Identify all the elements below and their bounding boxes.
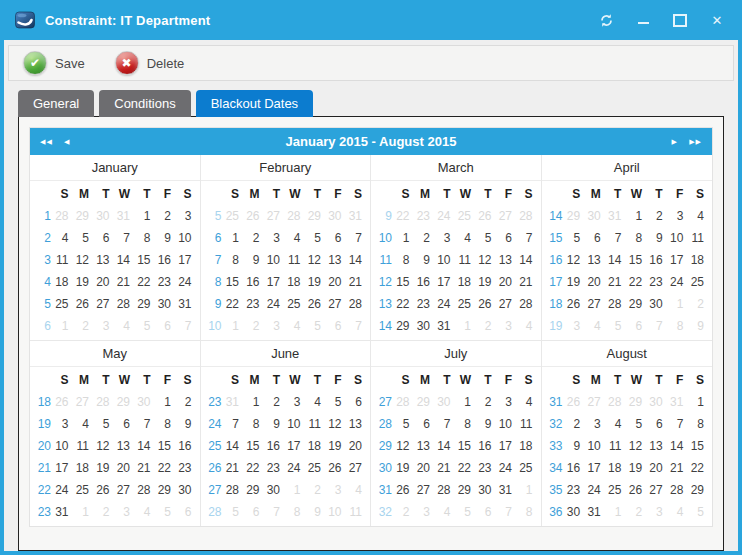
day-cell[interactable]: 2 [156,205,177,227]
day-cell[interactable]: 11 [53,249,74,271]
day-cell[interactable]: 29 [456,479,477,501]
refresh-icon[interactable] [595,9,617,31]
day-cell[interactable]: 9 [306,501,327,523]
day-cell[interactable]: 6 [326,315,347,337]
day-cell[interactable]: 18 [53,271,74,293]
day-cell[interactable]: 12 [394,435,415,457]
day-cell[interactable]: 2 [74,315,95,337]
day-cell[interactable]: 9 [647,227,668,249]
day-cell[interactable]: 22 [394,205,415,227]
day-cell[interactable]: 13 [585,249,606,271]
day-cell[interactable]: 27 [265,205,286,227]
day-cell[interactable]: 15 [394,271,415,293]
day-cell[interactable]: 30 [647,293,668,315]
day-cell[interactable]: 3 [176,205,197,227]
day-cell[interactable]: 9 [156,227,177,249]
day-cell[interactable]: 29 [156,479,177,501]
day-cell[interactable]: 2 [306,479,327,501]
day-cell[interactable]: 17 [285,435,306,457]
day-cell[interactable]: 30 [94,205,115,227]
day-cell[interactable]: 3 [53,413,74,435]
day-cell[interactable]: 7 [606,227,627,249]
day-cell[interactable]: 21 [435,457,456,479]
day-cell[interactable]: 11 [285,249,306,271]
day-cell[interactable]: 28 [668,479,689,501]
day-cell[interactable]: 13 [497,249,518,271]
day-cell[interactable]: 15 [135,249,156,271]
day-cell[interactable]: 5 [565,227,586,249]
day-cell[interactable]: 6 [347,391,368,413]
day-cell[interactable]: 11 [74,435,95,457]
day-cell[interactable]: 1 [285,479,306,501]
day-cell[interactable]: 20 [115,457,136,479]
day-cell[interactable]: 4 [517,391,538,413]
day-cell[interactable]: 12 [326,413,347,435]
day-cell[interactable]: 1 [74,501,95,523]
day-cell[interactable]: 6 [647,413,668,435]
day-cell[interactable]: 19 [476,271,497,293]
day-cell[interactable]: 24 [265,293,286,315]
day-cell[interactable]: 25 [306,457,327,479]
day-cell[interactable]: 1 [456,391,477,413]
day-cell[interactable]: 5 [94,413,115,435]
day-cell[interactable]: 17 [585,457,606,479]
day-cell[interactable]: 7 [517,227,538,249]
day-cell[interactable]: 21 [347,271,368,293]
day-cell[interactable]: 21 [606,271,627,293]
day-cell[interactable]: 22 [135,271,156,293]
day-cell[interactable]: 11 [456,249,477,271]
day-cell[interactable]: 15 [156,435,177,457]
day-cell[interactable]: 27 [115,479,136,501]
day-cell[interactable]: 24 [53,479,74,501]
day-cell[interactable]: 8 [394,249,415,271]
day-cell[interactable]: 24 [435,205,456,227]
day-cell[interactable]: 2 [476,315,497,337]
day-cell[interactable]: 26 [565,391,586,413]
day-cell[interactable]: 4 [53,227,74,249]
day-cell[interactable]: 2 [265,391,286,413]
delete-button[interactable]: ✖ Delete [115,51,185,75]
day-cell[interactable]: 4 [606,413,627,435]
day-cell[interactable]: 4 [115,315,136,337]
fast-previous-icon[interactable]: ◀◀ [36,128,57,155]
day-cell[interactable]: 7 [176,315,197,337]
day-cell[interactable]: 27 [647,479,668,501]
day-cell[interactable]: 6 [626,315,647,337]
day-cell[interactable]: 3 [497,315,518,337]
day-cell[interactable]: 20 [647,457,668,479]
day-cell[interactable]: 20 [347,435,368,457]
day-cell[interactable]: 9 [476,413,497,435]
day-cell[interactable]: 8 [244,413,265,435]
day-cell[interactable]: 22 [626,271,647,293]
day-cell[interactable]: 19 [306,271,327,293]
day-cell[interactable]: 7 [497,501,518,523]
day-cell[interactable]: 16 [176,435,197,457]
day-cell[interactable]: 14 [435,435,456,457]
day-cell[interactable]: 10 [668,227,689,249]
day-cell[interactable]: 15 [244,435,265,457]
day-cell[interactable]: 30 [565,501,586,523]
day-cell[interactable]: 8 [688,413,709,435]
day-cell[interactable]: 5 [394,413,415,435]
day-cell[interactable]: 2 [688,293,709,315]
day-cell[interactable]: 26 [394,479,415,501]
day-cell[interactable]: 5 [306,227,327,249]
day-cell[interactable]: 18 [306,435,327,457]
day-cell[interactable]: 15 [626,249,647,271]
day-cell[interactable]: 31 [668,391,689,413]
day-cell[interactable]: 11 [606,435,627,457]
day-cell[interactable]: 29 [565,205,586,227]
day-cell[interactable]: 1 [517,479,538,501]
day-cell[interactable]: 26 [94,479,115,501]
day-cell[interactable]: 2 [244,315,265,337]
day-cell[interactable]: 18 [688,249,709,271]
day-cell[interactable]: 8 [626,227,647,249]
day-cell[interactable]: 12 [306,249,327,271]
day-cell[interactable]: 29 [135,293,156,315]
day-cell[interactable]: 8 [224,249,245,271]
day-cell[interactable]: 9 [265,413,286,435]
day-cell[interactable]: 23 [265,457,286,479]
day-cell[interactable]: 30 [585,205,606,227]
day-cell[interactable]: 27 [585,293,606,315]
day-cell[interactable]: 1 [688,391,709,413]
